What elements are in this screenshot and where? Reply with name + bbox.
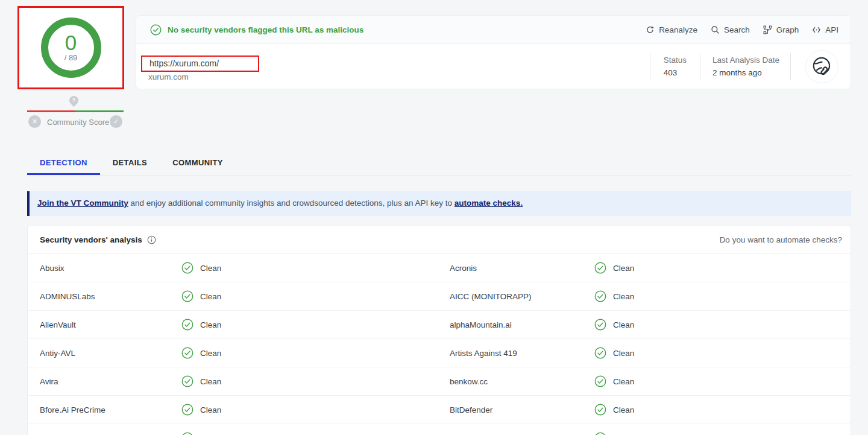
header-actions: Reanalyze Search Graph [646, 25, 838, 34]
search-icon [711, 25, 720, 34]
api-button[interactable]: API [812, 25, 838, 34]
table-row: Avira Clean benkow.cc Clean [28, 367, 851, 395]
graph-button[interactable]: Graph [763, 25, 799, 34]
last-analysis-block: Last Analysis Date 2 months ago [700, 54, 790, 79]
api-icon [812, 25, 821, 34]
url-annotation-box: https://xurum.com/ [141, 56, 259, 72]
graph-icon [763, 25, 772, 34]
vendor-status [181, 432, 450, 435]
vendor-status: Clean [594, 347, 851, 359]
clean-check-icon [181, 262, 193, 274]
url-row: https://xurum.com/ xurum.com Status 403 … [136, 44, 851, 89]
vendor-name: Bfore.Ai PreCrime [40, 405, 181, 414]
community-score-bar [27, 110, 124, 112]
vendor-status: Clean [181, 347, 450, 359]
report-url[interactable]: https://xurum.com/ [149, 59, 219, 68]
status-label: Clean [613, 349, 634, 358]
vendor-name: BitDefender [450, 405, 594, 414]
detection-score-ring: 0 / 89 [41, 17, 101, 78]
vendor-status: Clean [181, 319, 450, 331]
api-label: API [825, 25, 838, 34]
automate-checks-link[interactable]: automate checks. [454, 198, 523, 208]
status-label: Clean [200, 405, 221, 414]
status-label: Clean [613, 264, 634, 273]
detection-score-value: 0 [65, 33, 77, 52]
info-icon[interactable] [147, 235, 156, 244]
clean-check-icon [594, 375, 606, 387]
status-label: Clean [200, 320, 221, 329]
community-downvote-icon[interactable]: ✕ [28, 115, 41, 128]
clean-check-icon [594, 432, 606, 435]
clean-check-icon [181, 375, 193, 387]
status-label: Clean [613, 320, 634, 329]
verdict-check-icon [150, 24, 162, 36]
reanalyze-button[interactable]: Reanalyze [646, 25, 697, 34]
detection-score-denominator: / 89 [64, 53, 78, 62]
url-globe-badge-icon [805, 50, 838, 83]
vendor-name: alphaMountain.ai [450, 320, 594, 329]
status-label: Clean [200, 377, 221, 386]
table-row: Abusix Clean Acronis Clean [28, 253, 851, 282]
vendors-analysis-title: Security vendors' analysis [40, 235, 142, 244]
vendor-name: Abusix [40, 264, 181, 273]
vendor-status: Clean [181, 375, 450, 387]
clean-check-icon [594, 319, 606, 331]
divider [790, 53, 791, 80]
join-vt-community-link[interactable]: Join the VT Community [37, 198, 128, 208]
last-analysis-value: 2 months ago [712, 66, 779, 79]
clean-check-icon [181, 347, 193, 359]
security-vendors-analysis-card: Security vendors' analysis Do you want t… [27, 226, 851, 435]
community-upvote-icon[interactable]: ✓ [110, 115, 122, 128]
automate-checks-prompt[interactable]: Do you want to automate checks? [720, 235, 842, 244]
clean-check-icon [594, 347, 606, 359]
status-label: Status [664, 54, 687, 66]
banner-middle-text: and enjoy additional community insights … [128, 198, 454, 208]
vendor-name: benkow.cc [450, 377, 594, 386]
search-label: Search [724, 25, 750, 34]
status-block: Status 403 [650, 54, 700, 79]
clean-check-icon [594, 290, 606, 302]
table-row-partial [28, 424, 851, 435]
vt-community-banner: Join the VT Community and enjoy addition… [27, 191, 851, 216]
vendor-status [594, 432, 851, 435]
table-row: Bfore.Ai PreCrime Clean BitDefender Clea… [28, 395, 851, 424]
vendor-name: Avira [40, 377, 181, 386]
clean-check-icon [181, 290, 193, 302]
vendor-name: Antiy-AVL [40, 349, 181, 358]
status-label: Clean [200, 292, 221, 301]
status-label: Clean [613, 292, 634, 301]
clean-check-icon [594, 262, 606, 274]
tab-community[interactable]: COMMUNITY [160, 152, 236, 175]
verdict-row: No security vendors flagged this URL as … [136, 16, 851, 44]
community-score-pin-icon: ? [68, 94, 80, 107]
vendors-analysis-header: Security vendors' analysis Do you want t… [28, 226, 851, 253]
report-header-card: No security vendors flagged this URL as … [136, 15, 851, 89]
clean-check-icon [594, 404, 606, 416]
vendor-status: Clean [594, 262, 851, 274]
reanalyze-icon [646, 25, 655, 34]
tab-bar: DETECTION DETAILS COMMUNITY [27, 152, 851, 176]
verdict-message: No security vendors flagged this URL as … [168, 25, 363, 34]
status-label: Clean [200, 264, 221, 273]
vendor-status: Clean [594, 319, 851, 331]
vendor-name: Artists Against 419 [450, 349, 594, 358]
community-score-widget: ? ✕ Community Score ✓ [0, 90, 151, 134]
vendor-status: Clean [594, 290, 851, 302]
search-button[interactable]: Search [711, 25, 750, 34]
vendor-name: AICC (MONITORAPP) [450, 292, 594, 301]
final-domain[interactable]: xurum.com [148, 72, 189, 81]
vendor-name: Acronis [450, 264, 594, 273]
vendor-name: AlienVault [40, 320, 181, 329]
graph-label: Graph [776, 25, 799, 34]
vendor-status: Clean [594, 375, 851, 387]
tab-detection[interactable]: DETECTION [27, 152, 100, 175]
detection-score-annotation-box: 0 / 89 [17, 6, 124, 89]
clean-check-icon [181, 404, 193, 416]
vendor-status: Clean [181, 290, 450, 302]
vendor-status: Clean [181, 262, 450, 274]
vendor-name: ADMINUSLabs [40, 292, 181, 301]
community-score-label: Community Score [47, 118, 109, 127]
clean-check-icon [181, 319, 193, 331]
table-row: ADMINUSLabs Clean AICC (MONITORAPP) Clea… [28, 282, 851, 310]
tab-details[interactable]: DETAILS [100, 152, 160, 175]
